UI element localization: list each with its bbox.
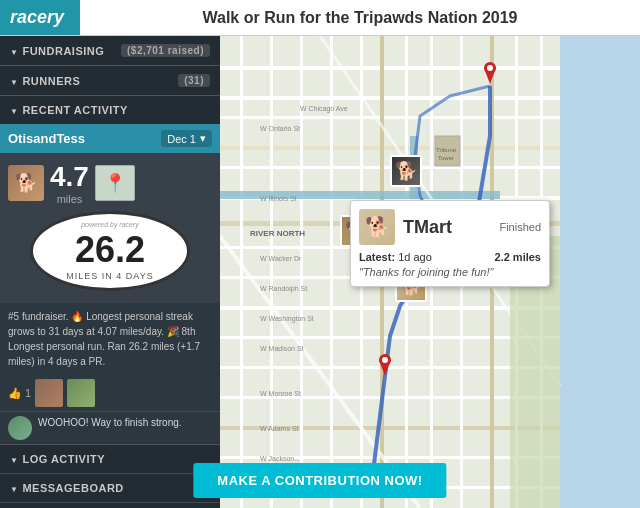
miles-value: 4.7 miles bbox=[50, 161, 89, 205]
logo[interactable]: racery bbox=[0, 0, 80, 35]
about-join-section: ▼ABOUT + JOIN bbox=[0, 503, 220, 508]
fundraising-badge: ($2,701 raised) bbox=[121, 44, 210, 57]
svg-text:W Monroe St: W Monroe St bbox=[260, 390, 301, 397]
thumbs-row: 👍 1 bbox=[0, 375, 220, 411]
popup-miles: 2.2 miles bbox=[495, 251, 541, 263]
thumb-img-1 bbox=[35, 379, 63, 407]
fundraising-label: FUNDRAISING bbox=[22, 45, 104, 57]
triangle-icon-2: ▼ bbox=[10, 78, 18, 87]
svg-text:W Wacker Dr: W Wacker Dr bbox=[260, 255, 302, 262]
messageboard-header[interactable]: ▼MESSAGEBOARD bbox=[0, 474, 220, 502]
svg-text:Tribune: Tribune bbox=[436, 147, 457, 153]
tmart-avatar: 🐕 bbox=[359, 209, 395, 245]
messageboard-label: MESSAGEBOARD bbox=[22, 482, 123, 494]
svg-text:RIVER NORTH: RIVER NORTH bbox=[250, 229, 305, 238]
comment-text: WOOHOO! Way to finish strong. bbox=[38, 416, 182, 430]
oval-sub: MILES IN 4 DAYS bbox=[66, 271, 153, 281]
recent-activity-label: RECENT ACTIVITY bbox=[22, 104, 128, 116]
map-dog-photo-1: 🐕 bbox=[390, 155, 422, 187]
triangle-icon-4: ▼ bbox=[10, 456, 18, 465]
log-activity-section: ▼LOG ACTIVITY bbox=[0, 445, 220, 474]
recent-activity-header[interactable]: ▼RECENT ACTIVITY bbox=[0, 96, 220, 124]
triangle-icon-3: ▼ bbox=[10, 107, 18, 116]
svg-point-59 bbox=[382, 357, 388, 363]
svg-point-56 bbox=[487, 65, 493, 71]
about-join-header[interactable]: ▼ABOUT + JOIN bbox=[0, 503, 220, 508]
triangle-icon-5: ▼ bbox=[10, 485, 18, 494]
oval-powered: powered by racery bbox=[66, 221, 153, 228]
user-card: OtisandTess Dec 1 ▾ bbox=[0, 124, 220, 153]
svg-rect-18 bbox=[240, 36, 243, 508]
thumb-img-2 bbox=[67, 379, 95, 407]
runners-label: RUNNERS bbox=[22, 75, 80, 87]
log-activity-header[interactable]: ▼LOG ACTIVITY bbox=[0, 445, 220, 473]
runners-badge: (31) bbox=[178, 74, 210, 87]
miles-label: miles bbox=[50, 193, 89, 205]
miles-display: 🐕 4.7 miles 📍 bbox=[8, 161, 212, 205]
log-activity-label: LOG ACTIVITY bbox=[22, 453, 105, 465]
popup-latest-label: Latest: 1d ago bbox=[359, 251, 432, 263]
comment-row: WOOHOO! Way to finish strong. bbox=[0, 411, 220, 444]
svg-rect-19 bbox=[270, 36, 273, 508]
sidebar: ▼FUNDRAISING ($2,701 raised) ▼RUNNERS (3… bbox=[0, 36, 220, 508]
messageboard-section: ▼MESSAGEBOARD bbox=[0, 474, 220, 503]
cta-button[interactable]: MAKE A CONTRIBUTION NOW! bbox=[193, 463, 446, 498]
commenter-avatar bbox=[8, 416, 32, 440]
svg-text:Tower: Tower bbox=[438, 155, 454, 161]
user-date-value: Dec 1 bbox=[167, 133, 196, 145]
miles-number: 4.7 bbox=[50, 161, 89, 193]
svg-text:W Ontario St: W Ontario St bbox=[260, 125, 300, 132]
header: racery Walk or Run for the Tripawds Nati… bbox=[0, 0, 640, 36]
fundraising-section: ▼FUNDRAISING ($2,701 raised) bbox=[0, 36, 220, 66]
popup-quote: "Thanks for joining the fun!" bbox=[359, 266, 541, 278]
svg-rect-0 bbox=[560, 36, 640, 508]
user-name: OtisandTess bbox=[8, 131, 85, 146]
activity-text: #5 fundraiser. 🔥 Longest personal streak… bbox=[0, 303, 220, 375]
svg-text:W Madison St: W Madison St bbox=[260, 345, 304, 352]
runners-header[interactable]: ▼RUNNERS (31) bbox=[0, 66, 220, 95]
dropdown-icon: ▾ bbox=[200, 132, 206, 145]
page-title: Walk or Run for the Tripawds Nation 2019 bbox=[80, 9, 640, 27]
triangle-icon: ▼ bbox=[10, 48, 18, 57]
tmart-popup: 🐕 TMart Finished Latest: 1d ago 2.2 mile… bbox=[350, 200, 550, 287]
stats-panel: 🐕 4.7 miles 📍 powered by racery 26.2 MIL… bbox=[0, 153, 220, 303]
fundraising-header[interactable]: ▼FUNDRAISING ($2,701 raised) bbox=[0, 36, 220, 65]
runners-section: ▼RUNNERS (31) bbox=[0, 66, 220, 96]
tmart-name: TMart bbox=[403, 217, 452, 238]
tmart-status: Finished bbox=[499, 221, 541, 233]
user-date[interactable]: Dec 1 ▾ bbox=[161, 130, 212, 147]
recent-activity-section: ▼RECENT ACTIVITY OtisandTess Dec 1 ▾ 🐕 4… bbox=[0, 96, 220, 445]
svg-text:W Illinois St: W Illinois St bbox=[260, 195, 297, 202]
like-count[interactable]: 👍 1 bbox=[8, 387, 31, 400]
svg-text:W Chicago Ave: W Chicago Ave bbox=[300, 105, 348, 113]
map-thumbnail: 📍 bbox=[95, 165, 135, 201]
svg-text:W Jackson...: W Jackson... bbox=[260, 455, 300, 462]
user-avatar: 🐕 bbox=[8, 165, 44, 201]
svg-text:W Washington St: W Washington St bbox=[260, 315, 314, 323]
oval-value: 26.2 bbox=[66, 229, 153, 271]
oval-sticker: powered by racery 26.2 MILES IN 4 DAYS bbox=[30, 211, 190, 291]
svg-text:W Randolph St: W Randolph St bbox=[260, 285, 307, 293]
svg-text:W Adams St: W Adams St bbox=[260, 425, 299, 432]
